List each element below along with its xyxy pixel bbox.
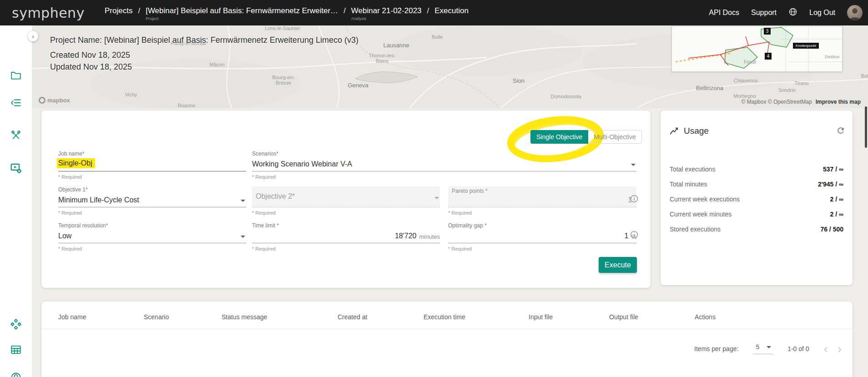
optimality-info-icon[interactable] [630,231,638,239]
time-limit-value[interactable]: 18'720 [395,232,417,240]
breadcrumb-analysis-type: Analysis [351,16,422,21]
objective2-placeholder: Objective 2* [256,192,295,201]
items-per-page-select[interactable]: 5 [753,343,773,354]
scenarios-value: Working Scenario Webinar V-A [252,160,352,168]
sidebar [0,25,32,377]
time-limit-suffix: minutes [419,233,440,240]
required-hint: * Required [58,210,246,216]
col-created-at: Created at [338,313,424,321]
sidebar-expand-button[interactable]: › [28,31,38,41]
logout-link[interactable]: Log Out [809,9,835,17]
time-limit-label: Time limit * [252,222,440,230]
map-city-label: Geneva [348,82,368,89]
refresh-icon[interactable] [836,126,845,135]
map-city-label: Roanne [178,103,196,108]
project-info: Project Name: [Webinar] Beispiel auf Bas… [50,25,358,73]
chevron-down-icon[interactable] [241,236,245,238]
breadcrumb-projects[interactable]: Projects [105,6,132,15]
breadcrumb-separator: / [427,6,429,15]
previous-page-icon[interactable]: ‹ [824,343,828,355]
objective1-select[interactable]: Minimum Life-Cycle Cost [58,194,246,207]
col-input-file: Input file [529,313,609,321]
network-nodes-icon[interactable] [10,318,22,330]
projects-folder-icon[interactable] [10,70,22,81]
map-city-label: Chiavenna [734,78,758,83]
paginator-nav: ‹ › [824,343,842,355]
breadcrumb-separator: / [343,6,346,15]
usage-row: Total minutes 2'945 / ∞ [661,176,853,191]
map-attribution: © Mapbox © OpenStreetMap Improve this ma… [742,99,861,105]
required-hint: * Required [58,246,246,251]
objective2-field: Objective 2* * Required [252,186,440,216]
project-updated-text: Updated Nov 18, 2025 [50,61,358,73]
job-name-value[interactable]: Single-Obj [57,158,95,168]
time-limit-input[interactable]: 18'720 minutes [252,230,440,243]
project-created-text: Created Nov 18, 2025 [50,49,358,61]
scenarios-list-icon[interactable] [10,97,22,109]
job-name-input[interactable]: Single-Obj [58,158,246,171]
chevron-down-icon[interactable] [631,164,636,166]
chevron-down-icon[interactable] [241,200,245,202]
api-docs-link[interactable]: API Docs [709,9,739,17]
project-name-text: Project Name: [Webinar] Beispiel auf Bas… [50,34,358,46]
mapbox-logo[interactable]: mapbox [39,97,70,104]
job-name-field: Job name* Single-Obj * Required [58,151,246,180]
support-link[interactable]: Support [751,9,777,17]
objective1-value: Minimum Life-Cycle Cost [58,196,139,204]
next-page-icon[interactable]: › [838,343,842,355]
scenarios-select[interactable]: Working Scenario Webinar V-A [252,158,636,171]
pareto-points-field: Pareto points * 1 * Required [448,186,636,216]
col-job-name: Job name [58,313,144,321]
paginator-range: 1-0 of 0 [787,345,809,352]
topbar-right: API Docs Support Log Out [709,5,868,20]
inset-marker-4[interactable]: 4 [765,53,772,60]
execution-icon[interactable] [10,162,22,174]
optimality-gap-input[interactable]: 1 % [448,230,636,243]
required-hint: * Required [252,174,636,180]
breadcrumb-execution[interactable]: Execution [434,6,469,15]
required-hint: * Required [252,246,440,251]
map-city-label: Thonon-les-Bains [367,53,398,64]
usage-row: Total executions 537 / ∞ [661,161,853,176]
col-execution-time: Execution time [424,313,529,321]
map-city-label: Domodossola [550,94,581,99]
temporal-resolution-label: Temporal resolution* [58,222,246,230]
inset-marker-3[interactable]: 3 [764,28,771,35]
globe-icon[interactable] [788,7,797,18]
table-grid-icon[interactable] [10,344,22,356]
scenarios-field: Scenarios* Working Scenario Webinar V-A … [252,151,636,180]
pareto-info-icon[interactable] [630,195,638,203]
breadcrumb-project[interactable]: [Webinar] Beispiel auf Basis: Fernwärmen… [146,6,338,21]
map-inset[interactable]: 3 4 Knotenpunkt Fondli Dietikon [671,26,843,72]
avatar[interactable] [847,5,863,20]
optimality-gap-value[interactable]: 1 [625,232,629,240]
inset-network [672,26,842,71]
col-actions: Actions [695,313,853,321]
map-city-label: Lausanne [383,42,409,49]
map-city-label: Sondrio [778,87,796,93]
breadcrumb-separator: / [138,6,140,15]
map-city-label: Bulle [432,34,443,40]
map-city-label: Bellinzona [696,85,723,91]
multi-objective-button[interactable]: Multi-Objective [588,130,642,144]
required-hint: * Required [252,210,440,216]
temporal-resolution-select[interactable]: Low [58,230,246,243]
map[interactable]: Lons-le-Saunier Bulle Lausanne Thonon-le… [32,25,868,108]
mapbox-logo-icon [39,97,45,104]
attribution-text[interactable]: © Mapbox © OpenStreetMap [742,99,812,105]
breadcrumb-analysis[interactable]: Webinar 21-02-2023 Analysis [351,6,422,21]
execute-button[interactable]: Execute [599,257,637,273]
optimality-gap-field: Optimality gap * 1 % * Required [448,222,636,251]
improve-map-link[interactable]: Improve this map [816,99,861,105]
technologies-icon[interactable] [10,129,22,141]
map-city-label: Vichy [125,92,137,97]
map-city-label: Bourg-en-Bresse [268,75,299,85]
topbar: sympheny Projects / [Webinar] Beispiel a… [0,0,868,25]
usage-card: Usage Total executions 537 / ∞ Total min… [661,111,853,285]
usage-rows: Total executions 537 / ∞ Total minutes 2… [661,161,853,236]
usage-row: Current week minutes 2 / ∞ [661,206,853,221]
account-icon[interactable] [10,372,22,377]
scrollbar-thumb[interactable] [865,106,867,148]
app-logo[interactable]: sympheny [12,5,85,21]
single-objective-button[interactable]: Single Objective [530,130,588,144]
